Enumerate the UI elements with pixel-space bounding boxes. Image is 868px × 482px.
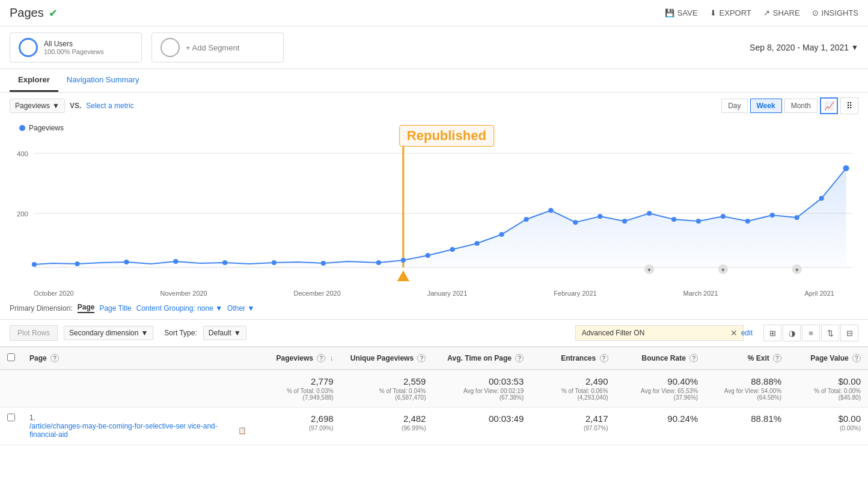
entrances-help-icon[interactable]: ?	[600, 354, 608, 362]
secondary-dim-dropdown[interactable]: Secondary dimension ▼	[64, 326, 153, 340]
table-header-row: Page ? Pageviews ? ↓ Unique Pageviews ? …	[0, 347, 868, 370]
export-button[interactable]: ⬇ EXPORT	[710, 8, 751, 17]
segment-circle	[19, 38, 38, 57]
svg-point-27	[721, 214, 726, 219]
dim-page[interactable]: Page	[78, 303, 95, 313]
date-range-text: Sep 8, 2020 - May 1, 2021	[750, 43, 849, 52]
row-page: 1. /article/changes-may-be-coming-for-se…	[22, 407, 254, 445]
data-table: Page ? Pageviews ? ↓ Unique Pageviews ? …	[0, 347, 868, 445]
filter-edit-link[interactable]: edit	[741, 329, 753, 337]
svg-point-25	[671, 217, 676, 222]
page-value-help-icon[interactable]: ?	[852, 354, 861, 362]
x-axis-labels: October 2020 November 2020 December 2020…	[10, 288, 858, 297]
tabs-row: Explorer Navigation Summary	[0, 69, 868, 93]
row-checkbox[interactable]	[7, 413, 15, 421]
x-label-nov: November 2020	[160, 290, 207, 297]
vs-label: VS.	[70, 102, 81, 110]
svg-point-32	[843, 165, 849, 171]
verified-icon: ✔	[49, 7, 58, 20]
avg-time-help-icon[interactable]: ?	[515, 354, 524, 362]
dropdown-arrow-icon: ▼	[141, 329, 148, 337]
col-pageviews-header[interactable]: Pageviews ? ↓	[254, 347, 341, 370]
tab-explorer[interactable]: Explorer	[10, 69, 58, 92]
day-button[interactable]: Day	[721, 99, 747, 113]
table-view-buttons: ⊞ ◑ ≡ ⇅ ⊟	[763, 325, 858, 341]
insights-icon: ⊙	[812, 8, 819, 17]
x-label-jan: January 2021	[427, 290, 468, 297]
col-unique-pageviews-header: Unique Pageviews ?	[341, 347, 433, 370]
row-pageviews: 2,698 (97.09%)	[254, 407, 341, 445]
table-summary-row: 2,779 % of Total: 0.03% (7,949,588) 2,55…	[0, 370, 868, 407]
chevron-down-icon: ▼	[851, 43, 858, 52]
chart-svg-container: Republished 400 200	[10, 132, 858, 288]
col-entrances-header: Entrances ?	[531, 347, 615, 370]
col-page-value-header: Page Value ?	[789, 347, 868, 370]
insights-button[interactable]: ⊙ INSIGHTS	[812, 8, 858, 17]
svg-point-17	[475, 241, 480, 246]
primary-dim-label: Primary Dimension:	[10, 304, 73, 313]
pct-exit-help-icon[interactable]: ?	[773, 354, 781, 362]
select-metric-link[interactable]: Select a metric	[86, 102, 133, 110]
page-link[interactable]: /article/changes-may-be-coming-for-selec…	[29, 422, 246, 439]
x-label-oct: October 2020	[34, 290, 74, 297]
line-chart-button[interactable]: 📈	[820, 97, 838, 114]
tab-navigation-summary[interactable]: Navigation Summary	[58, 69, 148, 92]
share-icon: ↗	[763, 8, 770, 17]
metric-select-group: Pageviews ▼ VS. Select a metric	[10, 99, 134, 113]
summary-pageviews: 2,779 % of Total: 0.03% (7,949,588)	[254, 370, 341, 407]
month-button[interactable]: Month	[784, 99, 818, 113]
pie-view-button[interactable]: ◑	[783, 325, 801, 341]
save-icon: 💾	[665, 8, 674, 17]
chart-area: Pageviews Republished 400 200	[0, 119, 868, 297]
row-entrances: 2,417 (97.07%)	[531, 407, 615, 445]
bounce-rate-help-icon[interactable]: ?	[689, 354, 698, 362]
svg-point-6	[32, 262, 37, 267]
filter-box: ✕ edit	[575, 325, 753, 341]
page-help-icon[interactable]: ?	[50, 354, 59, 362]
pageviews-help-icon[interactable]: ?	[317, 354, 325, 362]
week-button[interactable]: Week	[750, 99, 782, 113]
add-segment-box[interactable]: + Add Segment	[151, 32, 284, 63]
unique-pv-help-icon[interactable]: ?	[417, 354, 426, 362]
save-button[interactable]: 💾 SAVE	[665, 8, 698, 17]
pivot-view-button[interactable]: ⊟	[840, 325, 858, 341]
svg-point-12	[321, 261, 326, 266]
svg-text:▼: ▼	[795, 267, 799, 273]
row-page-value: $0.00 (0.00%)	[789, 407, 868, 445]
svg-point-29	[770, 213, 775, 218]
share-button[interactable]: ↗ SHARE	[763, 8, 800, 17]
row-unique-pv: 2,482 (96.99%)	[341, 407, 433, 445]
segment-circle-empty	[160, 38, 180, 57]
advanced-filter-input[interactable]	[575, 325, 744, 341]
svg-point-22	[598, 214, 602, 219]
summary-page	[22, 370, 254, 407]
filter-clear-button[interactable]: ✕	[730, 328, 738, 338]
col-pct-exit-header: % Exit ?	[705, 347, 789, 370]
sort-type-label: Sort Type:	[164, 329, 197, 337]
metric-dropdown[interactable]: Pageviews ▼	[10, 99, 65, 113]
date-range-picker[interactable]: Sep 8, 2020 - May 1, 2021 ▼	[750, 43, 858, 52]
dim-content-grouping[interactable]: Content Grouping: none ▼	[136, 304, 222, 313]
dim-page-title[interactable]: Page Title	[99, 304, 131, 313]
select-all-checkbox[interactable]	[7, 353, 15, 361]
sort-arrow-icon: ↓	[330, 354, 334, 362]
plot-rows-button[interactable]: Plot Rows	[10, 325, 58, 341]
sort-type-dropdown[interactable]: Default ▼	[203, 326, 246, 340]
bar-view-button[interactable]: ≡	[802, 325, 820, 341]
row-avg-time: 00:03:49	[433, 407, 531, 445]
dimension-row: Primary Dimension: Page Page Title Conte…	[0, 297, 868, 319]
pageviews-legend-dot	[19, 125, 25, 131]
svg-point-13	[376, 260, 381, 265]
segment-all-users[interactable]: All Users 100.00% Pageviews	[10, 32, 142, 63]
svg-text:▼: ▼	[721, 267, 726, 273]
svg-point-14	[401, 258, 406, 263]
header: Pages ✔ 💾 SAVE ⬇ EXPORT ↗ SHARE ⊙ INSIGH…	[0, 0, 868, 26]
dropdown-arrow-icon: ▼	[52, 102, 60, 110]
grid-view-button[interactable]: ⊞	[763, 325, 781, 341]
chart-controls: Pageviews ▼ VS. Select a metric Day Week…	[0, 93, 868, 119]
scatter-chart-button[interactable]: ⠿	[840, 97, 858, 114]
dim-other[interactable]: Other ▼	[227, 304, 254, 313]
compare-view-button[interactable]: ⇅	[821, 325, 839, 341]
summary-bounce-rate: 90.40% Avg for View: 65.53% (37.96%)	[616, 370, 706, 407]
svg-text:200: 200	[17, 210, 28, 218]
